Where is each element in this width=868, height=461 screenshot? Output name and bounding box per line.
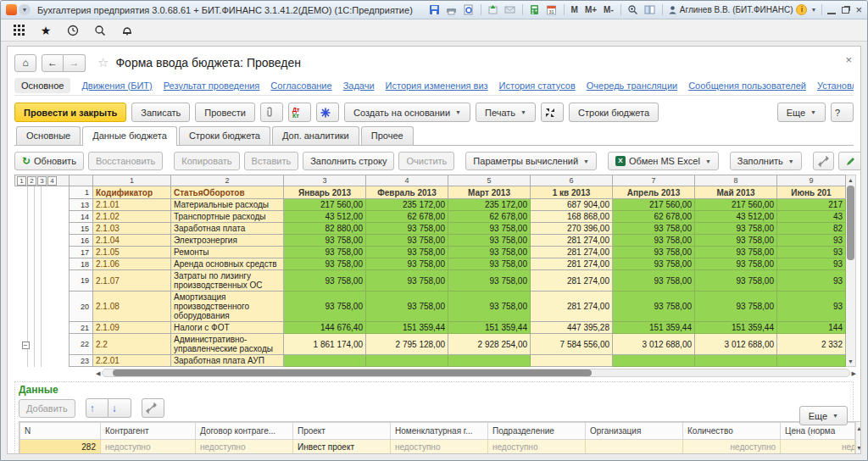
value-cell[interactable]: 2 928 254,00: [448, 334, 531, 355]
help-button[interactable]: ?: [831, 103, 854, 122]
column-number-5[interactable]: 5: [448, 175, 531, 186]
row-number[interactable]: 22: [70, 334, 93, 355]
value-cell[interactable]: 93 758,00: [366, 235, 448, 247]
article-cell[interactable]: Затраты по лизингу производственных ОС: [171, 270, 284, 292]
nav-link-10[interactable]: Установленные визы: [817, 81, 854, 91]
code-cell[interactable]: 2.1.06: [93, 258, 171, 270]
value-cell[interactable]: 235 172,00: [366, 199, 448, 211]
level-button-2[interactable]: 2: [27, 176, 36, 186]
autofit-button[interactable]: [813, 152, 834, 170]
post-and-close-button[interactable]: Провести и закрыть: [14, 103, 126, 122]
column-number-9[interactable]: 9: [777, 175, 846, 186]
value-cell[interactable]: 93: [777, 292, 846, 322]
value-cell[interactable]: [284, 355, 366, 367]
value-cell[interactable]: 93 758,00: [448, 235, 531, 247]
grid-header-1[interactable]: Кодификатор: [93, 186, 171, 199]
favorite-star-icon[interactable]: ☆: [97, 55, 108, 70]
scroll-up-icon[interactable]: ▲: [856, 424, 861, 433]
article-cell[interactable]: Административно-управленческие расходы: [171, 334, 284, 355]
article-cell[interactable]: Заработная плата АУП: [171, 355, 284, 367]
grid-header-5[interactable]: Март 2013: [448, 186, 531, 199]
grid-header-8[interactable]: Май 2013: [695, 186, 777, 199]
horizontal-scroll-thumb[interactable]: [113, 369, 592, 376]
back-button[interactable]: ←: [42, 54, 64, 72]
calendar-icon[interactable]: 31: [545, 3, 559, 16]
value-cell[interactable]: 217 560,00: [695, 199, 777, 211]
row-number[interactable]: 19: [70, 270, 93, 292]
column-number-7[interactable]: 7: [613, 175, 695, 186]
value-cell[interactable]: 93 758,00: [448, 223, 531, 235]
nav-link-4[interactable]: Согласование: [270, 81, 331, 91]
value-cell[interactable]: 62 678,00: [366, 211, 448, 223]
value-cell[interactable]: 2 795 128,00: [366, 334, 448, 355]
value-cell[interactable]: 93 758,00: [366, 292, 448, 322]
value-cell[interactable]: 93 758,00: [695, 292, 777, 322]
fill-row-button[interactable]: Заполнить строку: [303, 152, 394, 170]
value-cell[interactable]: 93 758,00: [613, 235, 695, 247]
value-cell[interactable]: 93 758,00: [448, 270, 531, 292]
value-cell[interactable]: 93 758,00: [366, 223, 448, 235]
code-cell[interactable]: 2.1.02: [93, 211, 171, 223]
column-number-3[interactable]: 3: [284, 175, 366, 186]
ms-excel-exchange-button[interactable]: XОбмен MS Excel▼: [608, 152, 719, 170]
nav-link-6[interactable]: История изменения виз: [386, 81, 488, 91]
nav-link-9[interactable]: Сообщения пользователей: [688, 81, 806, 91]
code-cell[interactable]: 2.1.08: [93, 292, 171, 322]
edit-button[interactable]: [838, 152, 861, 170]
memory-m-plus-button[interactable]: M+: [583, 5, 598, 14]
value-cell[interactable]: 93 758,00: [284, 270, 366, 292]
value-cell[interactable]: 281 274,00: [531, 258, 613, 270]
move-down-button[interactable]: ↓: [108, 398, 131, 418]
code-cell[interactable]: 2.1.09: [93, 322, 171, 334]
level-button-4[interactable]: 4: [47, 176, 57, 186]
grid-horizontal-scrollbar[interactable]: ◀ ▶: [14, 368, 856, 378]
refresh-button[interactable]: ↻Обновить: [14, 152, 84, 170]
data-more-button[interactable]: Еще▼: [799, 406, 848, 425]
row-number[interactable]: 23: [70, 355, 93, 367]
article-cell[interactable]: Транспортные расходы: [171, 211, 284, 223]
row-number[interactable]: 18: [70, 258, 93, 270]
data-cell-organization[interactable]: [586, 440, 683, 454]
data-cell-department[interactable]: недоступно: [488, 440, 586, 454]
value-cell[interactable]: 93: [777, 270, 846, 292]
article-cell[interactable]: Амортизация производственного оборудован…: [171, 292, 284, 322]
column-number-6[interactable]: 6: [531, 175, 613, 186]
row-number[interactable]: 15: [70, 223, 93, 235]
create-based-on-button[interactable]: Создать на основании▼: [344, 103, 470, 122]
more-button[interactable]: Еще▼: [777, 103, 826, 122]
info-icon[interactable]: i: [796, 4, 807, 15]
grid-header-9[interactable]: Июнь 201: [777, 186, 846, 199]
search-icon[interactable]: [92, 23, 108, 38]
value-cell[interactable]: 43: [777, 211, 846, 223]
nav-link-5[interactable]: Задачи: [343, 81, 375, 91]
value-cell[interactable]: 93 758,00: [695, 270, 777, 292]
system-menu-caret-icon[interactable]: ▼: [19, 4, 31, 15]
value-cell[interactable]: 1 861 174,00: [284, 334, 366, 355]
forward-button[interactable]: →: [64, 54, 86, 72]
data-cell-quantity[interactable]: недоступно: [683, 440, 781, 454]
value-cell[interactable]: 93 758,00: [366, 247, 448, 258]
data-header-quantity[interactable]: Количество: [683, 423, 781, 440]
value-cell[interactable]: 3 012 688,00: [695, 334, 777, 355]
grid-vertical-scrollbar[interactable]: ▲ ▼: [846, 175, 856, 367]
data-cell-contractor[interactable]: недоступно: [101, 440, 196, 454]
value-cell[interactable]: 93 758,00: [284, 292, 366, 322]
value-cell[interactable]: 93 758,00: [613, 258, 695, 270]
grid-header-7[interactable]: Апрель 2013: [613, 186, 695, 199]
value-cell[interactable]: 281 274,00: [531, 247, 613, 258]
row-number[interactable]: 16: [70, 235, 93, 247]
value-cell[interactable]: 235 172,00: [448, 199, 531, 211]
tab-4[interactable]: Доп. аналитики: [272, 126, 359, 145]
paste-button[interactable]: Вставить: [244, 152, 299, 170]
tab-2[interactable]: Данные бюджета: [82, 126, 177, 146]
article-cell[interactable]: Электроэнергия: [171, 235, 284, 247]
row-number[interactable]: 14: [70, 211, 93, 223]
value-cell[interactable]: 93 758,00: [284, 258, 366, 270]
print-preview-icon[interactable]: [462, 3, 476, 16]
level-button-1[interactable]: 1: [17, 176, 26, 186]
data-cell-n[interactable]: 282: [20, 440, 101, 454]
print-button[interactable]: Печать▼: [476, 103, 536, 122]
value-cell[interactable]: 151 359,44: [448, 322, 531, 334]
value-cell[interactable]: 281 274,00: [531, 235, 613, 247]
scroll-up-icon[interactable]: ▲: [848, 175, 854, 185]
